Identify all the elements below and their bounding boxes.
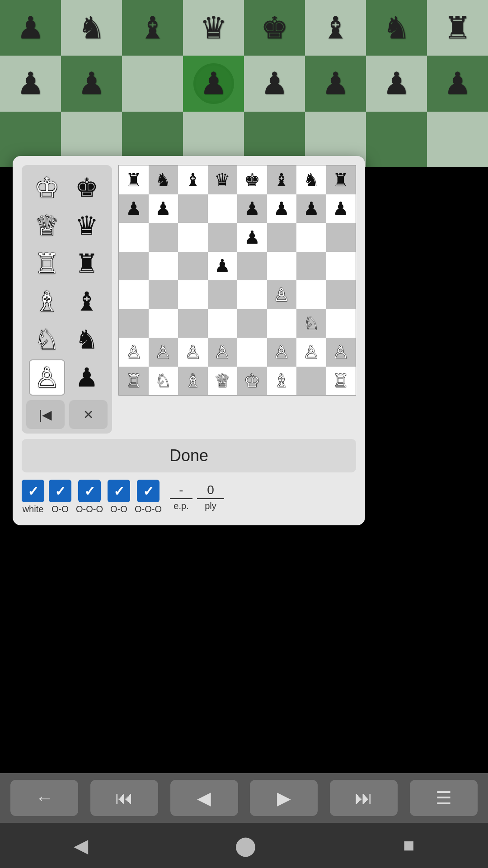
- white-bishop-piece[interactable]: ♗: [29, 283, 65, 320]
- sys-back-button[interactable]: ◀: [74, 835, 88, 857]
- mini-board-cell[interactable]: [267, 309, 297, 338]
- mini-board-cell[interactable]: [296, 367, 326, 396]
- black-oo-checkbox[interactable]: ✓: [108, 480, 130, 502]
- mini-board-cell[interactable]: ♘: [149, 367, 178, 396]
- mini-board-cell[interactable]: [178, 223, 208, 252]
- white-oo-checkbox[interactable]: ✓: [49, 480, 71, 502]
- mini-board-cell[interactable]: ♙: [296, 338, 326, 367]
- mini-board-cell[interactable]: ♛: [208, 165, 238, 194]
- mini-board-cell[interactable]: ♞: [149, 165, 178, 194]
- mini-board-cell[interactable]: ♜: [119, 165, 149, 194]
- board-background: ♟ ♞ ♝ ♛ ♚ ♝ ♞ ♜ ♟ ♟ ♟ ♟ ♟ ♟ ♟: [0, 0, 488, 167]
- mini-board-cell[interactable]: ♟: [237, 194, 267, 223]
- first-button[interactable]: ⏮: [90, 780, 158, 816]
- mini-board-cell[interactable]: ♔: [237, 367, 267, 396]
- white-pawn-piece[interactable]: ♙: [29, 359, 65, 396]
- mini-board-cell[interactable]: ♙: [149, 338, 178, 367]
- white-rook-piece[interactable]: ♖: [29, 245, 65, 282]
- mini-board-cell[interactable]: [237, 252, 267, 281]
- mini-board-cell[interactable]: [149, 280, 178, 309]
- mini-board-cell[interactable]: [208, 194, 238, 223]
- last-button[interactable]: ⏭: [330, 780, 398, 816]
- mini-board-cell[interactable]: [149, 252, 178, 281]
- mini-board-cell[interactable]: ♘: [296, 309, 326, 338]
- mini-board-cell[interactable]: ♙: [119, 338, 149, 367]
- mini-board-cell[interactable]: ♟: [296, 194, 326, 223]
- mini-board-cell[interactable]: ♙: [208, 338, 238, 367]
- prev-button[interactable]: ◀: [170, 780, 238, 816]
- ply-value[interactable]: 0: [197, 483, 224, 499]
- next-button[interactable]: ▶: [250, 780, 318, 816]
- back-button[interactable]: ←: [10, 780, 78, 816]
- white-queen-piece[interactable]: ♕: [29, 208, 65, 244]
- mini-board-cell[interactable]: ♖: [119, 367, 149, 396]
- mini-board-cell[interactable]: [326, 252, 356, 281]
- bg-cell: ♝: [305, 0, 366, 56]
- rooks-row: ♖ ♜: [29, 245, 105, 282]
- black-rook-piece[interactable]: ♜: [69, 245, 105, 282]
- mini-board-cell[interactable]: ♟: [267, 194, 297, 223]
- done-button[interactable]: Done: [169, 446, 208, 465]
- mini-board-cell[interactable]: ♙: [267, 338, 297, 367]
- en-passant-section: - e.p.: [170, 483, 192, 511]
- sys-home-button[interactable]: ⬤: [235, 835, 256, 857]
- mini-board-cell[interactable]: ♝: [178, 165, 208, 194]
- mini-board-cell[interactable]: [208, 280, 238, 309]
- mini-board-cell[interactable]: [208, 309, 238, 338]
- white-checkbox[interactable]: ✓: [22, 480, 44, 502]
- mini-board-cell[interactable]: [208, 223, 238, 252]
- mini-board-cell[interactable]: [149, 223, 178, 252]
- mini-board-cell[interactable]: ♖: [326, 367, 356, 396]
- mini-board-cell[interactable]: [119, 252, 149, 281]
- mini-board-cell[interactable]: [178, 194, 208, 223]
- black-queen-piece[interactable]: ♛: [69, 208, 105, 244]
- ep-value[interactable]: -: [170, 483, 192, 499]
- mini-board-cell[interactable]: ♟: [208, 252, 238, 281]
- mini-board-cell[interactable]: ♟: [149, 194, 178, 223]
- black-king-piece[interactable]: ♚: [69, 170, 105, 206]
- mini-board-cell[interactable]: [326, 223, 356, 252]
- black-knight-piece[interactable]: ♞: [69, 321, 105, 358]
- mini-board-cell[interactable]: ♟: [237, 223, 267, 252]
- mini-board-cell[interactable]: [119, 309, 149, 338]
- black-ooo-checkbox[interactable]: ✓: [137, 480, 160, 502]
- mini-board-cell[interactable]: [178, 309, 208, 338]
- mini-board-cell[interactable]: ♞: [296, 165, 326, 194]
- mini-board-cell[interactable]: [267, 252, 297, 281]
- position-board[interactable]: ♜♞♝♛♚♝♞♜♟♟♟♟♟♟♟♟♙♘♙♙♙♙♙♙♙♖♘♗♕♔♗♖: [118, 165, 356, 396]
- mini-board-cell[interactable]: ♚: [237, 165, 267, 194]
- mini-board-cell[interactable]: [296, 252, 326, 281]
- mini-board-cell[interactable]: ♗: [267, 367, 297, 396]
- sys-recent-button[interactable]: ■: [403, 835, 414, 856]
- mini-board-cell[interactable]: ♙: [178, 338, 208, 367]
- mini-board-cell[interactable]: [119, 223, 149, 252]
- mini-board-cell[interactable]: ♟: [326, 194, 356, 223]
- mini-board-cell[interactable]: [119, 280, 149, 309]
- mini-board-cell[interactable]: ♙: [267, 280, 297, 309]
- mini-board-cell[interactable]: [237, 309, 267, 338]
- mini-board-cell[interactable]: [296, 280, 326, 309]
- mini-board-cell[interactable]: [326, 309, 356, 338]
- mini-board-cell[interactable]: [296, 223, 326, 252]
- mini-board-cell[interactable]: [149, 309, 178, 338]
- mini-board-cell[interactable]: [237, 280, 267, 309]
- mini-board-cell[interactable]: ♙: [326, 338, 356, 367]
- white-knight-piece[interactable]: ♘: [29, 321, 65, 358]
- mini-board-cell[interactable]: [267, 223, 297, 252]
- mini-board-cell[interactable]: [178, 280, 208, 309]
- white-king-piece[interactable]: ♔: [29, 170, 65, 206]
- piece-close-button[interactable]: ✕: [69, 400, 108, 429]
- black-bishop-piece[interactable]: ♝: [69, 283, 105, 320]
- mini-board-cell[interactable]: [326, 280, 356, 309]
- piece-back-button[interactable]: |◀: [26, 400, 65, 429]
- white-ooo-checkbox[interactable]: ✓: [78, 480, 101, 502]
- mini-board-cell[interactable]: [237, 338, 267, 367]
- mini-board-cell[interactable]: ♝: [267, 165, 297, 194]
- mini-board-cell[interactable]: ♜: [326, 165, 356, 194]
- menu-button[interactable]: ☰: [410, 780, 478, 816]
- mini-board-cell[interactable]: [178, 252, 208, 281]
- mini-board-cell[interactable]: ♗: [178, 367, 208, 396]
- black-pawn-piece[interactable]: ♟: [69, 359, 105, 396]
- mini-board-cell[interactable]: ♕: [208, 367, 238, 396]
- mini-board-cell[interactable]: ♟: [119, 194, 149, 223]
